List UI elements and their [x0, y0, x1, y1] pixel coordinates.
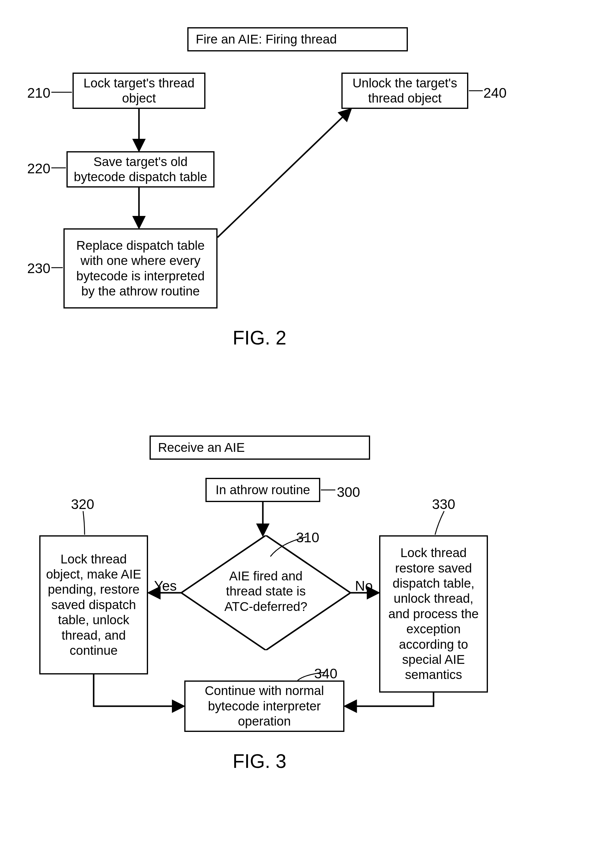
box-220: Save target's old bytecode dispatch tabl…	[67, 151, 215, 187]
ref-300: 300	[337, 484, 360, 500]
box-230: Replace dispatch table with one where ev…	[64, 228, 218, 309]
fig3-caption: FIG. 3	[233, 750, 286, 772]
label-yes: Yes	[154, 578, 177, 594]
box-210: Lock target's thread object	[73, 73, 205, 109]
box-300: In athrow routine	[205, 478, 320, 502]
box-320: Lock thread object, make AIE pending, re…	[39, 535, 148, 675]
fig3-title: Receive an AIE	[150, 436, 370, 460]
fig2-caption: FIG. 2	[233, 327, 286, 349]
decision-310-text: AIE fired and thread state is ATC-deferr…	[218, 569, 314, 614]
arrows-overlay	[0, 0, 600, 868]
ref-310: 310	[296, 529, 319, 546]
ref-320: 320	[71, 496, 94, 512]
decision-310: AIE fired and thread state is ATC-deferr…	[181, 535, 350, 650]
ref-220: 220	[27, 160, 50, 176]
box-240: Unlock the target's thread object	[341, 73, 468, 109]
label-no: No	[355, 578, 373, 594]
ref-340: 340	[314, 665, 338, 682]
svg-line-3	[218, 109, 350, 237]
ref-330: 330	[432, 496, 455, 512]
ref-210: 210	[27, 85, 50, 101]
fig2-title: Fire an AIE: Firing thread	[187, 27, 408, 52]
box-330: Lock thread restore saved dispatch table…	[379, 535, 488, 693]
ref-240: 240	[483, 85, 507, 101]
ref-230: 230	[27, 260, 50, 277]
box-340: Continue with normal bytecode interprete…	[184, 681, 344, 732]
